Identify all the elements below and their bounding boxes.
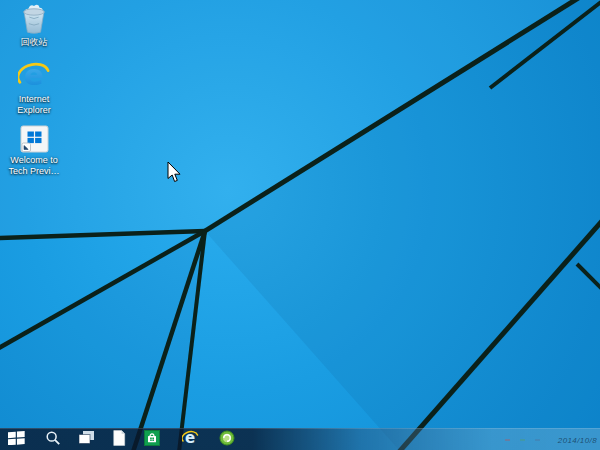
- tray-dash: [505, 439, 510, 441]
- wallpaper-line-art: [0, 0, 600, 450]
- desktop-icon-welcome-tech-preview[interactable]: Welcome to Tech Previ…: [5, 124, 63, 177]
- internet-explorer-button[interactable]: e: [177, 429, 203, 450]
- taskbar: e 2014/10/8: [0, 428, 600, 450]
- desktop-wallpaper[interactable]: [0, 0, 600, 450]
- desktop-icon-label: 回收站: [21, 37, 48, 48]
- windows-logo-icon: [8, 430, 25, 449]
- wallpaper-facet: [0, 231, 205, 450]
- search-icon: [45, 430, 61, 450]
- browser-360-button[interactable]: [214, 429, 240, 450]
- desktop-icon-recycle-bin[interactable]: 回收站: [5, 2, 63, 48]
- task-view-button[interactable]: [73, 429, 99, 450]
- document-button[interactable]: [106, 429, 132, 450]
- watermark-date: 2014/10/8: [558, 436, 597, 445]
- welcome-shortcut-icon: [20, 124, 49, 153]
- tray-dash: [520, 439, 525, 441]
- ie-icon: e: [182, 429, 199, 450]
- document-icon: [112, 430, 126, 450]
- store-button[interactable]: [139, 429, 165, 450]
- start-button[interactable]: [3, 429, 29, 450]
- windows-desktop[interactable]: 回收站 e Internet Explorer: [0, 0, 600, 450]
- desktop-icon-label: Welcome to Tech Previ…: [5, 155, 63, 177]
- recycle-bin-icon: [19, 2, 49, 35]
- internet-explorer-icon: e: [18, 59, 51, 92]
- tray-dash: [535, 439, 540, 441]
- search-button[interactable]: [40, 429, 66, 450]
- desktop-icon-label: Internet Explorer: [5, 94, 63, 116]
- 360-browser-icon: [219, 430, 235, 450]
- task-view-icon: [78, 430, 95, 449]
- desktop-icon-internet-explorer[interactable]: e Internet Explorer: [5, 59, 63, 116]
- store-icon: [144, 430, 160, 450]
